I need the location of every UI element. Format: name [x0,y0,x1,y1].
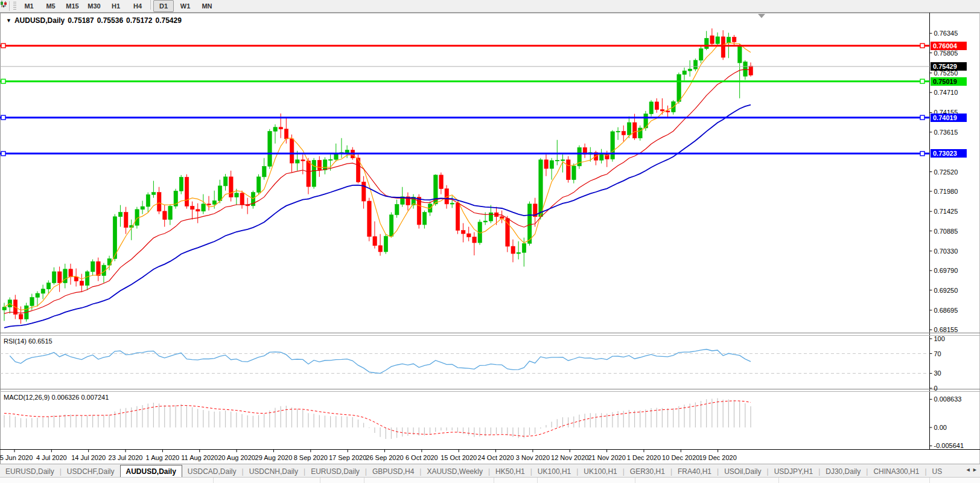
tab-fra40-h1[interactable]: FRA40,H1 [672,466,717,478]
status-divider [494,478,494,483]
level-anchor[interactable] [1,115,5,120]
candle-body [52,272,56,283]
level-anchor[interactable] [920,79,924,83]
candle-body [622,131,625,135]
candle-body [317,160,321,170]
candle-body [649,102,653,114]
high-value: 0.75536 [97,16,123,25]
tab-usdcad-daily[interactable]: USDCAD,Daily [182,466,242,478]
price-tick-label: 0.68155 [934,326,958,333]
tab-usdchf-daily[interactable]: USDCHF,Daily [62,466,120,478]
candle-body [2,307,6,310]
tab-china300-h1[interactable]: CHINA300,H1 [868,466,924,478]
candle-body [522,243,526,252]
tab-gbpusd-h4[interactable]: GBPUSD,H4 [367,466,419,478]
candle-body [218,186,221,201]
date-label: 24 Oct 2020 [478,454,514,461]
tab-ger30-h1[interactable]: GER30,H1 [625,466,670,478]
level-anchor[interactable] [920,115,924,120]
tab-usdjpy-h1[interactable]: USDJPY,H1 [769,466,818,478]
candle-body [716,37,719,43]
candle-body [151,193,155,195]
candle-body [638,128,642,138]
tab-audusd-daily[interactable]: AUDUSD,Daily [120,465,182,478]
date-label: 23 Jul 2020 [109,454,143,461]
current-price-badge: 0.75429 [931,62,967,71]
candle-body [550,161,553,168]
tab-scroll-arrows[interactable]: ◄ ► [964,467,979,473]
price-tick-label: 0.71425 [934,208,958,215]
candle-body [660,109,664,110]
chevron-down-icon[interactable]: ▼ [6,18,11,24]
price-tick-label: 0.74710 [934,89,958,96]
tab-us[interactable]: US [927,466,948,478]
scroll-right-icon: ► [972,467,978,473]
candle-body [196,210,200,211]
status-strip [0,477,980,483]
level-anchor[interactable] [1,43,5,48]
candle-body [36,293,39,298]
candle-body [561,160,564,161]
tab-eurusd-daily[interactable]: EURUSD,Daily [305,466,365,478]
candle-body [611,132,614,159]
candle-body [439,175,443,189]
candle-body [179,177,183,191]
candle-body [268,131,272,166]
tab-xauusd-weekly[interactable]: XAUUSD,Weekly [421,466,488,478]
date-label: 21 Nov 2020 [588,454,625,461]
date-label: 15 Oct 2020 [441,454,477,461]
tab-uk100-h1[interactable]: UK100,H1 [532,466,576,478]
level-anchor[interactable] [1,79,5,83]
candle-body [141,206,144,210]
status-divider [537,478,538,483]
tab-eurusd-daily[interactable]: EURUSD,Daily [0,466,60,478]
rsi-tick-label: 70 [934,350,941,357]
date-label: 1 Aug 2020 [146,454,180,461]
candle-body [422,213,426,225]
tab-dj30-daily[interactable]: DJ30,Daily [820,466,866,478]
candle-body [721,37,725,57]
level-price-badge: 0.73023 [931,149,967,158]
candle-body [301,160,305,161]
candle-body [41,289,45,293]
candle-body [191,206,194,209]
candle-body [539,160,542,217]
candle-body [616,131,620,132]
macd-tick-label: 0.00 [934,424,947,431]
tab-usoil-daily[interactable]: USOil,Daily [719,466,766,478]
status-divider [929,478,930,483]
mt4-window: ▾ M1M5M15M30H1H4D1W1MN 0.763450.758050.7… [0,0,980,483]
date-label: 10 Dec 2020 [662,454,699,461]
tab-uk100-h1[interactable]: UK100,H1 [578,466,622,478]
level-anchor[interactable] [920,152,924,156]
chart-canvas[interactable]: 0.763450.758050.752500.747100.741550.736… [0,0,980,483]
candle-body [733,37,736,42]
price-tick-label: 0.70885 [934,228,958,235]
candle-body [63,269,67,283]
candle-body [517,252,520,254]
candle-body [483,221,487,222]
candle-body [378,246,382,252]
tab-hk50-h1[interactable]: HK50,H1 [490,466,530,478]
status-divider [364,478,364,483]
level-anchor[interactable] [920,43,924,48]
candle-body [738,46,742,63]
candle-body [80,281,83,286]
level-anchor[interactable] [1,152,5,156]
price-tick-label: 0.73615 [934,129,958,136]
candle-body [749,66,752,75]
candle-body [97,261,100,275]
date-label: 25 Jun 2020 [0,454,33,461]
status-divider [213,478,214,483]
candle-body [627,123,631,135]
candle-body [511,246,515,254]
date-label: 26 Sep 2020 [366,454,403,461]
price-tick-label: 0.75805 [934,50,958,57]
tab-usdcnh-daily[interactable]: USDCNH,Daily [244,466,304,478]
level-price-badge: 0.75019 [931,77,967,86]
candle-body [467,234,471,237]
candle-body [710,36,714,43]
rsi-tick-label: 30 [934,369,941,377]
macd-label: MACD(12,26,9) 0.006326 0.007241 [4,394,109,401]
candle-body [256,177,260,193]
